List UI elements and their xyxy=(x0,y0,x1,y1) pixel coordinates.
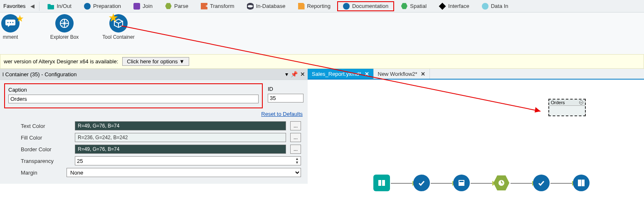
workflow-tab-new-workflow2[interactable]: New Workflow2* ✕ xyxy=(374,69,430,79)
comment-icon xyxy=(343,3,350,10)
fill-color-picker-button[interactable]: ... xyxy=(290,133,301,142)
tool-comment[interactable]: ★ mment xyxy=(0,14,29,40)
folder-icon xyxy=(47,3,54,10)
category-toolbar: Favorites ◀ In/Out Preparation Join Pars… xyxy=(0,0,644,12)
panel-menu-icon[interactable]: ▾ xyxy=(285,71,288,78)
config-panel-title: l Container (35) - Configuration xyxy=(2,71,76,78)
input-tool-icon xyxy=(373,175,390,191)
rhombus-icon xyxy=(439,2,446,10)
workflow-tab-bar: Sales_Report.yxmd* ✕ New Workflow2* ✕ xyxy=(308,69,644,80)
svg-rect-13 xyxy=(459,181,464,182)
reset-defaults-link[interactable]: Reset to Defaults xyxy=(261,111,303,117)
category-transform[interactable]: Transform xyxy=(195,1,240,11)
hex-icon xyxy=(401,3,407,10)
id-input xyxy=(268,94,303,102)
close-icon[interactable]: ✕ xyxy=(365,71,369,77)
category-preparation[interactable]: Preparation xyxy=(78,1,127,11)
workflow-node-strip xyxy=(362,175,632,191)
workflow-node[interactable] xyxy=(453,175,470,191)
star-icon: ★ xyxy=(108,11,118,25)
category-join[interactable]: Join xyxy=(128,1,158,11)
text-color-label: Text Color xyxy=(21,123,71,129)
star-icon: ★ xyxy=(16,13,24,24)
workflow-node[interactable] xyxy=(413,175,430,191)
border-color-picker-button[interactable]: ... xyxy=(290,145,301,154)
id-group: ID xyxy=(266,83,303,102)
category-spatial[interactable]: Spatial xyxy=(395,1,432,11)
category-in-database[interactable]: In-Database xyxy=(241,1,291,11)
select-tool-icon xyxy=(413,175,430,191)
database-icon xyxy=(247,3,254,10)
transparency-label: Transparency xyxy=(21,158,71,164)
collapse-icon[interactable]: – xyxy=(579,100,583,105)
margin-label: Margin xyxy=(21,170,62,176)
flag-icon xyxy=(201,3,207,10)
output-tool-icon xyxy=(573,175,590,191)
update-notification-bar: wer version of Alteryx Designer x64 is a… xyxy=(0,54,644,69)
fill-color-swatch[interactable]: R=236, G=242, B=242 xyxy=(75,133,286,142)
border-color-swatch[interactable]: R=49, G=76, B=74 xyxy=(75,145,286,154)
panel-pin-icon[interactable]: 📌 xyxy=(291,71,298,78)
category-data-in[interactable]: Data In xyxy=(476,1,514,11)
workflow-node[interactable] xyxy=(533,175,550,191)
canvas-tool-container[interactable]: Orders – xyxy=(548,99,586,116)
id-label: ID xyxy=(268,86,303,92)
update-options-button[interactable]: Click here for options ▼ xyxy=(122,57,189,66)
datetime-tool-icon xyxy=(493,175,510,191)
tool-palette: ★ mment Explorer Box Tool Container ★ xyxy=(0,12,644,54)
category-reporting[interactable]: Reporting xyxy=(292,1,336,11)
workflow-node[interactable] xyxy=(373,175,390,191)
category-parse[interactable]: Parse xyxy=(159,1,194,11)
panel-close-icon[interactable]: ✕ xyxy=(300,71,305,78)
category-in-out[interactable]: In/Out xyxy=(42,1,77,11)
circle-icon xyxy=(84,3,91,10)
formula-tool-icon xyxy=(453,175,470,191)
margin-dropdown[interactable]: None xyxy=(67,168,301,177)
close-icon[interactable]: ✕ xyxy=(421,71,425,77)
transparency-spinner[interactable]: 25 ▲▼ xyxy=(75,156,301,165)
workflow-area: Sales_Report.yxmd* ✕ New Workflow2* ✕ Or… xyxy=(308,69,644,205)
caption-label: Caption xyxy=(8,87,259,93)
svg-rect-18 xyxy=(582,180,585,186)
text-color-swatch[interactable]: R=49, G=76, B=74 xyxy=(75,121,286,130)
config-panel-header: l Container (35) - Configuration ▾ 📌 ✕ xyxy=(0,69,308,80)
spinner-arrows-icon[interactable]: ▲▼ xyxy=(295,157,299,165)
category-documentation[interactable]: Documentation xyxy=(337,1,394,11)
svg-point-3 xyxy=(10,22,11,23)
workflow-node[interactable] xyxy=(573,175,590,191)
config-panel: l Container (35) - Configuration ▾ 📌 ✕ C… xyxy=(0,69,308,205)
caption-input[interactable] xyxy=(8,95,259,103)
update-notification-text: wer version of Alteryx Designer x64 is a… xyxy=(4,58,118,65)
circle-icon xyxy=(482,3,489,10)
tool-explorer-box[interactable]: Explorer Box xyxy=(46,14,83,40)
text-color-picker-button[interactable]: ... xyxy=(290,121,301,130)
svg-point-2 xyxy=(7,22,9,23)
workflow-node[interactable] xyxy=(493,175,510,191)
select-tool-icon xyxy=(533,175,550,191)
border-color-label: Border Color xyxy=(21,146,71,152)
tool-tool-container[interactable]: Tool Container xyxy=(100,14,137,40)
category-interface[interactable]: Interface xyxy=(433,1,475,11)
caption-group: Caption xyxy=(4,83,263,108)
container-caption: Orders xyxy=(551,100,565,105)
fill-color-label: Fill Color xyxy=(21,135,71,141)
explorer-box-tool-icon xyxy=(55,14,74,32)
category-prev-button[interactable]: ◀ xyxy=(28,2,37,11)
favorites-label: Favorites xyxy=(3,3,25,9)
workflow-tab-sales-report[interactable]: Sales_Report.yxmd* ✕ xyxy=(308,69,374,79)
square-icon xyxy=(133,3,140,10)
hex-icon xyxy=(165,3,172,10)
svg-rect-17 xyxy=(578,180,581,186)
report-icon xyxy=(298,3,305,10)
svg-point-4 xyxy=(12,22,14,23)
workflow-canvas[interactable]: Orders – xyxy=(308,80,644,205)
